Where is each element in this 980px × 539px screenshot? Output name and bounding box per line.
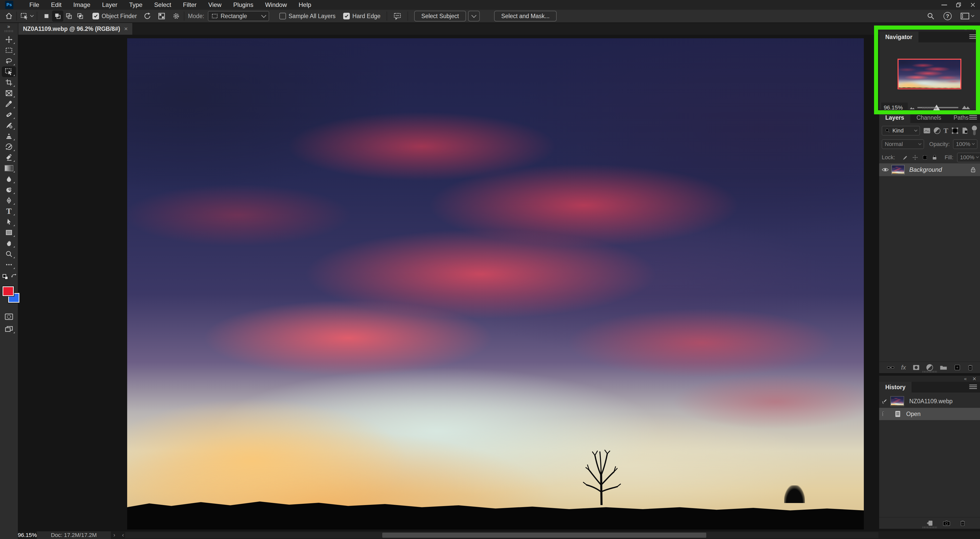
close-panel-icon[interactable]: ✕ <box>972 376 977 382</box>
menu-help[interactable]: Help <box>293 0 317 10</box>
sample-all-layers-checkbox[interactable]: Sample All Layers <box>279 13 336 20</box>
fill-field[interactable]: 100% <box>957 152 980 162</box>
rectangular-marquee-tool[interactable] <box>2 45 16 55</box>
new-group-icon[interactable] <box>940 365 947 371</box>
intersect-selection-icon[interactable] <box>75 11 86 22</box>
menu-image[interactable]: Image <box>67 0 96 10</box>
filter-smart-object-icon[interactable] <box>962 127 968 134</box>
menu-type[interactable]: Type <box>123 0 148 10</box>
quick-mask-icon[interactable] <box>2 311 16 322</box>
overlay-options-icon[interactable] <box>158 12 165 20</box>
link-layers-icon[interactable] <box>887 365 894 371</box>
menu-window[interactable]: Window <box>259 0 293 10</box>
gear-icon[interactable] <box>172 12 180 20</box>
collapse-panel-icon[interactable]: « <box>964 26 967 32</box>
lock-pixels-icon[interactable] <box>902 154 908 160</box>
subtract-selection-icon[interactable] <box>63 11 75 22</box>
new-selection-icon[interactable] <box>41 11 52 22</box>
menu-filter[interactable]: Filter <box>177 0 202 10</box>
filter-adjustment-icon[interactable] <box>934 127 940 134</box>
healing-brush-tool[interactable] <box>2 109 16 120</box>
toolbar-expand-icon[interactable]: » <box>0 23 18 30</box>
gradient-tool[interactable] <box>2 163 16 174</box>
more-tools-icon[interactable] <box>2 259 16 270</box>
history-source-row[interactable]: NZ0A1109.webp <box>879 395 980 408</box>
refresh-icon[interactable] <box>143 12 151 20</box>
opacity-field[interactable]: 100% <box>953 140 977 149</box>
horizontal-scrollbar-thumb[interactable] <box>382 533 706 538</box>
move-tool[interactable] <box>2 34 16 45</box>
type-tool[interactable]: T <box>2 206 16 216</box>
layer-visibility-toggle[interactable] <box>879 167 891 172</box>
panel-menu-icon[interactable] <box>969 35 977 40</box>
menu-layer[interactable]: Layer <box>96 0 123 10</box>
navigator-zoom-field[interactable]: 96.15% <box>881 103 908 113</box>
panel-resize-grip[interactable] <box>923 526 937 528</box>
delete-state-icon[interactable] <box>959 520 966 526</box>
tab-history[interactable]: History <box>879 382 912 393</box>
layer-name[interactable]: Background <box>909 166 942 173</box>
blur-tool[interactable] <box>2 174 16 184</box>
layer-row-background[interactable]: Background <box>879 163 980 176</box>
minimize-icon[interactable] <box>937 0 951 10</box>
navigator-proxy-view[interactable] <box>897 59 961 89</box>
add-layer-mask-icon[interactable] <box>913 365 920 371</box>
tab-channels[interactable]: Channels <box>910 112 947 123</box>
object-selection-tool[interactable] <box>2 67 16 77</box>
lock-position-icon[interactable] <box>912 154 918 160</box>
swap-colors-icon[interactable] <box>11 273 17 279</box>
select-subject-button[interactable]: Select Subject <box>414 11 466 21</box>
home-icon[interactable] <box>5 12 13 20</box>
help-icon[interactable]: ? <box>943 12 951 20</box>
clone-stamp-tool[interactable] <box>2 131 16 141</box>
new-doc-from-state-icon[interactable] <box>926 520 934 526</box>
delete-layer-icon[interactable] <box>967 364 974 371</box>
crop-tool[interactable] <box>2 77 16 88</box>
frame-tool[interactable] <box>2 88 16 98</box>
history-step-open[interactable]: Open <box>879 408 980 420</box>
panel-menu-icon[interactable] <box>969 115 977 120</box>
new-snapshot-camera-icon[interactable] <box>943 520 950 526</box>
tool-preset-badge[interactable] <box>21 12 33 20</box>
eraser-tool[interactable] <box>2 152 16 163</box>
new-adjustment-layer-icon[interactable] <box>926 364 933 371</box>
search-icon[interactable] <box>927 12 935 20</box>
status-expand-icon[interactable]: › <box>113 531 115 539</box>
history-state-well[interactable] <box>879 411 890 417</box>
filter-type-icon[interactable]: T <box>943 127 948 135</box>
layer-effects-icon[interactable]: fx <box>901 364 906 371</box>
hand-tool[interactable] <box>2 238 16 249</box>
rectangle-tool[interactable] <box>2 227 16 238</box>
select-subject-dropdown[interactable] <box>468 11 480 21</box>
status-doc-info[interactable]: Doc: 17.2M/17.2M <box>37 531 111 539</box>
blend-mode-dropdown[interactable]: Normal <box>882 140 924 149</box>
pen-tool[interactable] <box>2 195 16 206</box>
lock-artboard-icon[interactable] <box>922 154 928 160</box>
restore-icon[interactable] <box>951 0 966 10</box>
layer-thumbnail[interactable] <box>891 165 905 174</box>
history-brush-tool[interactable] <box>2 141 16 152</box>
panel-resize-grip[interactable] <box>923 108 937 109</box>
tab-navigator[interactable]: Navigator <box>879 32 918 42</box>
tab-close-icon[interactable]: × <box>124 25 128 32</box>
tab-layers[interactable]: Layers <box>879 112 910 123</box>
filter-image-icon[interactable] <box>923 127 931 134</box>
select-and-mask-button[interactable]: Select and Mask... <box>494 11 557 21</box>
screen-mode-icon[interactable] <box>2 323 16 334</box>
panel-resize-grip[interactable] <box>923 371 937 373</box>
history-brush-source-icon[interactable] <box>879 398 890 404</box>
zoom-tool[interactable] <box>2 249 16 259</box>
default-colors-icon[interactable] <box>2 274 9 280</box>
new-layer-icon[interactable] <box>954 364 961 371</box>
collapse-panel-icon[interactable]: « <box>964 376 967 382</box>
dodge-tool[interactable] <box>2 184 16 195</box>
close-icon[interactable] <box>966 0 980 10</box>
menu-select[interactable]: Select <box>148 0 177 10</box>
lock-all-icon[interactable] <box>931 154 938 160</box>
zoom-in-mountains-icon[interactable] <box>961 103 970 110</box>
hard-edge-checkbox[interactable]: Hard Edge <box>343 13 380 20</box>
brush-tool[interactable] <box>2 120 16 131</box>
document-tab[interactable]: NZ0A1109.webp @ 96.2% (RGB/8#) × <box>18 23 132 35</box>
add-selection-icon[interactable] <box>52 11 63 22</box>
status-zoom-field[interactable]: 96.15% <box>18 531 37 539</box>
